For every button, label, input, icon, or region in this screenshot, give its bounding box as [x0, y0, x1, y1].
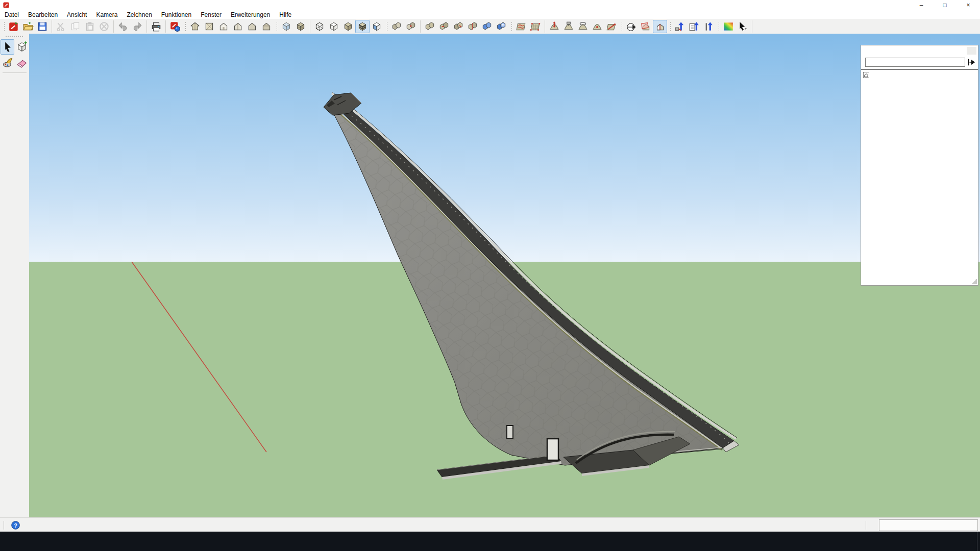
- ext-arrow-2-button[interactable]: [687, 20, 701, 33]
- style-hidden-line-button[interactable]: [327, 20, 341, 33]
- toolbar-drag-handle[interactable]: [3, 21, 5, 32]
- sandbox-from-scratch-button[interactable]: [528, 20, 543, 33]
- su-new-button[interactable]: [7, 20, 21, 33]
- paint-bucket-button[interactable]: [1, 55, 14, 70]
- solid-tool-8-button[interactable]: [494, 20, 508, 33]
- toolbar-drag-handle[interactable]: [620, 21, 623, 32]
- scissors-button[interactable]: [54, 20, 68, 33]
- style-shaded-button[interactable]: [341, 20, 355, 33]
- toolbar-separator: [420, 20, 421, 33]
- solid-tool-4-button[interactable]: [437, 20, 451, 33]
- select-button[interactable]: [1, 39, 14, 55]
- toolbar-separator: [545, 20, 545, 33]
- sandbox-add-detail-button[interactable]: [590, 20, 604, 33]
- status-bar: ?: [0, 517, 980, 532]
- menu-ansicht[interactable]: Ansicht: [62, 11, 91, 18]
- make-component-button[interactable]: [15, 39, 29, 55]
- solid-tool-5-button[interactable]: [451, 20, 465, 33]
- measurements-input[interactable]: [879, 519, 978, 531]
- save-button[interactable]: [35, 20, 50, 33]
- view-front-button[interactable]: [216, 20, 231, 33]
- toolbar-drag-handle[interactable]: [669, 21, 671, 32]
- svg-text:?: ?: [14, 522, 17, 528]
- panel-resize-grip[interactable]: [971, 279, 977, 284]
- toolbar-drag-handle[interactable]: [275, 21, 278, 32]
- folder-open-button[interactable]: [21, 20, 35, 33]
- section-plane-button[interactable]: [624, 20, 639, 33]
- palette-drag-handle[interactable]: [5, 35, 24, 38]
- display-section-planes-button[interactable]: [639, 20, 653, 33]
- toolbar-separator: [165, 20, 166, 33]
- menu-funktionen[interactable]: Funktionen: [157, 11, 196, 18]
- menu-erweiterungen[interactable]: Erweiterungen: [226, 11, 275, 18]
- toolbar-separator: [752, 20, 752, 33]
- menu-datei[interactable]: Datei: [0, 11, 23, 18]
- ext-arrow-1-button[interactable]: [673, 20, 687, 33]
- outliner-details-icon[interactable]: [967, 58, 976, 67]
- sandbox-smoove-button[interactable]: [547, 20, 561, 33]
- outliner-filter-input[interactable]: [865, 58, 965, 67]
- solid-tool-1-button[interactable]: [389, 20, 404, 33]
- paste-button[interactable]: [83, 20, 97, 33]
- base-post-small: [507, 425, 513, 439]
- display-section-cuts-button[interactable]: [653, 20, 667, 33]
- windows-taskbar: [0, 532, 980, 551]
- toolbar-drag-handle[interactable]: [717, 21, 720, 32]
- style-monochrome-button[interactable]: [370, 20, 384, 33]
- menu-hilfe[interactable]: Hilfe: [275, 11, 296, 18]
- toolbar-separator: [146, 20, 147, 33]
- ext-arrow-3-button[interactable]: [701, 20, 716, 33]
- undo-button[interactable]: [116, 20, 130, 33]
- show-desktop-button[interactable]: [977, 532, 980, 551]
- menu-bearbeiten[interactable]: Bearbeiten: [23, 11, 62, 18]
- solid-tool-2-button[interactable]: [404, 20, 418, 33]
- solid-tool-3-button[interactable]: [423, 20, 437, 33]
- menu-kamera[interactable]: Kamera: [91, 11, 122, 18]
- help-icon[interactable]: ?: [11, 520, 20, 530]
- style-xray-button[interactable]: [279, 20, 293, 33]
- menu-bar: DateiBearbeitenAnsichtKameraZeichnenFunk…: [0, 10, 980, 19]
- minimize-button[interactable]: –: [910, 0, 933, 10]
- sky: [29, 34, 980, 262]
- model-viewport[interactable]: [29, 34, 980, 517]
- solid-tool-7-button[interactable]: [480, 20, 494, 33]
- model-info-button[interactable]: [168, 20, 182, 33]
- maximize-button[interactable]: □: [933, 0, 957, 10]
- view-left-button[interactable]: [259, 20, 274, 33]
- component-house-icon: [863, 71, 870, 79]
- view-right-button[interactable]: [231, 20, 245, 33]
- redo-button[interactable]: [130, 20, 144, 33]
- top-toolbar: [0, 19, 980, 34]
- sketchup-logo-icon: [3, 2, 10, 9]
- measure-divider: [866, 521, 866, 530]
- view-back-button[interactable]: [245, 20, 259, 33]
- print-button[interactable]: [149, 20, 163, 33]
- menu-zeichnen[interactable]: Zeichnen: [122, 11, 156, 18]
- gradient-tool-button[interactable]: [721, 20, 736, 33]
- menu-fenster[interactable]: Fenster: [196, 11, 226, 18]
- style-back-edges-button[interactable]: [293, 20, 308, 33]
- sandbox-flip-edge-button[interactable]: [604, 20, 619, 33]
- solid-tool-6-button[interactable]: [465, 20, 480, 33]
- toolbar-drag-handle[interactable]: [510, 21, 512, 32]
- sandbox-from-contours-button[interactable]: [514, 20, 528, 33]
- erase-button[interactable]: [97, 20, 111, 33]
- outliner-panel: [861, 45, 978, 286]
- toolbar-separator: [310, 20, 310, 33]
- toolbar-drag-handle[interactable]: [184, 21, 186, 32]
- eraser-button[interactable]: [15, 55, 29, 70]
- toolbar-drag-handle[interactable]: [385, 21, 388, 32]
- outliner-titlebar[interactable]: [861, 45, 978, 56]
- close-button[interactable]: ×: [957, 0, 980, 10]
- view-iso-button[interactable]: [188, 20, 202, 33]
- sandbox-stamp-button[interactable]: [561, 20, 576, 33]
- view-top-button[interactable]: [202, 20, 216, 33]
- sandbox-drape-button[interactable]: [576, 20, 590, 33]
- toolbar-separator: [113, 20, 114, 33]
- copy-button[interactable]: [68, 20, 83, 33]
- style-textured-button[interactable]: [355, 20, 370, 33]
- style-wireframe-button[interactable]: [312, 20, 327, 33]
- outliner-item-rampe8[interactable]: [861, 70, 978, 80]
- outliner-close-button[interactable]: [967, 47, 976, 55]
- cursor-query-button[interactable]: [736, 20, 750, 33]
